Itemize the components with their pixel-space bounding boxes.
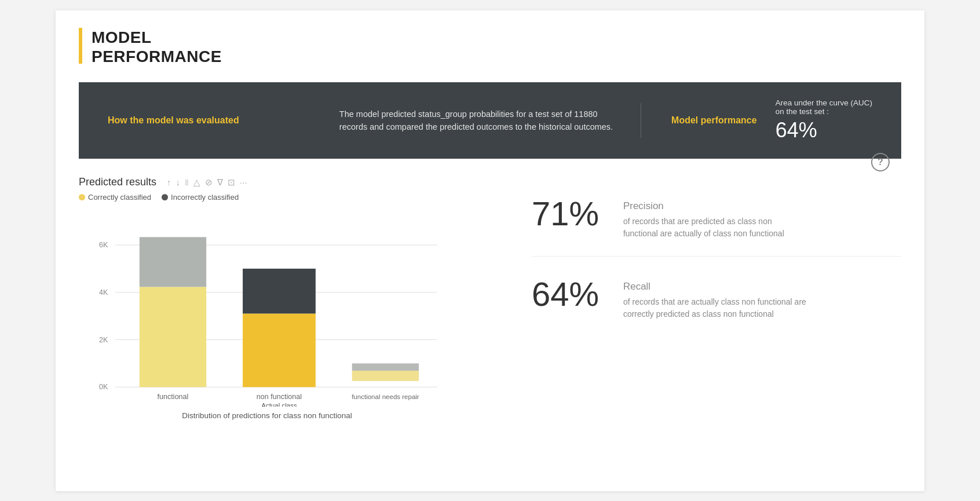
filter-icon[interactable]: △ bbox=[193, 177, 200, 188]
bar-chart-svg: 0K 2K 4K 6K f bbox=[79, 210, 455, 407]
svg-text:Actual class: Actual class bbox=[261, 402, 297, 407]
legend-correctly-classified: Correctly classified bbox=[79, 193, 151, 202]
svg-text:6K: 6K bbox=[99, 241, 108, 249]
banner-auc-block: Area under the curve (AUC)on the test se… bbox=[776, 98, 872, 142]
banner-how-section: How the model was evaluated bbox=[108, 115, 339, 126]
info-banner: How the model was evaluated The model pr… bbox=[79, 82, 901, 159]
metrics-area: ? 71% Precision of records that are pred… bbox=[509, 176, 901, 420]
legend-label-correct: Correctly classified bbox=[88, 193, 151, 202]
more-icon[interactable]: ··· bbox=[240, 177, 247, 187]
legend-label-incorrect: Incorrectly classified bbox=[171, 193, 239, 202]
page-header: MODEL PERFORMANCE bbox=[79, 28, 901, 66]
table-icon[interactable]: ⊡ bbox=[228, 177, 235, 188]
bar-nonfunctional-incorrect bbox=[243, 269, 316, 314]
metric-precision-block: 71% Precision of records that are predic… bbox=[532, 176, 901, 257]
bar-functional-correct bbox=[140, 287, 206, 387]
chart-legend: Correctly classified Incorrectly classif… bbox=[79, 193, 485, 202]
chart-title: Predicted results bbox=[79, 176, 156, 188]
metric-recall-right: Recall of records that are actually clas… bbox=[623, 277, 809, 320]
svg-text:non functional: non functional bbox=[257, 393, 302, 401]
metric-recall-label: Recall bbox=[623, 281, 809, 292]
main-content: Predicted results ↑ ↓ ⫴ △ ⊘ ∇ ⊡ ··· Corr… bbox=[79, 176, 901, 420]
legend-dot-correct bbox=[79, 194, 85, 200]
banner-how-label: How the model was evaluated bbox=[108, 115, 239, 126]
banner-right: Model performance Area under the curve (… bbox=[664, 98, 872, 142]
banner-description: The model predicted status_group probabi… bbox=[339, 109, 613, 131]
header-bar bbox=[79, 28, 82, 64]
legend-incorrectly-classified: Incorrectly classified bbox=[162, 193, 239, 202]
svg-text:4K: 4K bbox=[99, 288, 108, 297]
bar-repair-correct bbox=[352, 371, 419, 381]
pin-icon[interactable]: ⊘ bbox=[205, 177, 213, 188]
metric-precision-right: Precision of records that are predicted … bbox=[623, 197, 809, 240]
metric-precision-value: 71% bbox=[532, 197, 607, 231]
bar-chart-wrap: 0K 2K 4K 6K f bbox=[79, 210, 455, 407]
sort-asc-icon[interactable]: ↑ bbox=[167, 177, 171, 187]
svg-text:0K: 0K bbox=[99, 383, 108, 392]
page-title: MODEL PERFORMANCE bbox=[92, 28, 222, 66]
split-icon[interactable]: ⫴ bbox=[185, 177, 189, 188]
sort-desc-icon[interactable]: ↓ bbox=[176, 177, 181, 187]
banner-performance-label: Model performance bbox=[664, 115, 757, 126]
chart-header: Predicted results ↑ ↓ ⫴ △ ⊘ ∇ ⊡ ··· bbox=[79, 176, 485, 188]
page-container: MODEL PERFORMANCE How the model was eval… bbox=[56, 10, 924, 491]
banner-divider bbox=[641, 103, 641, 138]
banner-auc-value: 64% bbox=[776, 118, 817, 142]
metric-recall-value: 64% bbox=[532, 277, 607, 311]
svg-text:functional needs repair: functional needs repair bbox=[352, 393, 419, 400]
chart-area: Predicted results ↑ ↓ ⫴ △ ⊘ ∇ ⊡ ··· Corr… bbox=[79, 176, 509, 420]
banner-auc-desc: Area under the curve (AUC)on the test se… bbox=[776, 98, 872, 116]
bar-functional-incorrect bbox=[140, 237, 206, 287]
bar-nonfunctional-correct bbox=[243, 313, 316, 387]
chart-toolbar[interactable]: ↑ ↓ ⫴ △ ⊘ ∇ ⊡ ··· bbox=[167, 177, 247, 188]
help-icon[interactable]: ? bbox=[871, 153, 890, 171]
metric-precision-desc: of records that are predicted as class n… bbox=[623, 215, 809, 240]
svg-text:functional: functional bbox=[158, 393, 189, 401]
metric-recall-block: 64% Recall of records that are actually … bbox=[532, 257, 901, 337]
metric-precision-label: Precision bbox=[623, 200, 809, 212]
metric-recall-desc: of records that are actually class non f… bbox=[623, 296, 809, 320]
bar-repair-incorrect bbox=[352, 363, 419, 371]
chart-footer: Distribution of predictions for class no… bbox=[79, 411, 455, 420]
legend-dot-incorrect bbox=[162, 194, 168, 200]
svg-text:2K: 2K bbox=[99, 336, 108, 344]
funnel-icon[interactable]: ∇ bbox=[217, 177, 223, 188]
